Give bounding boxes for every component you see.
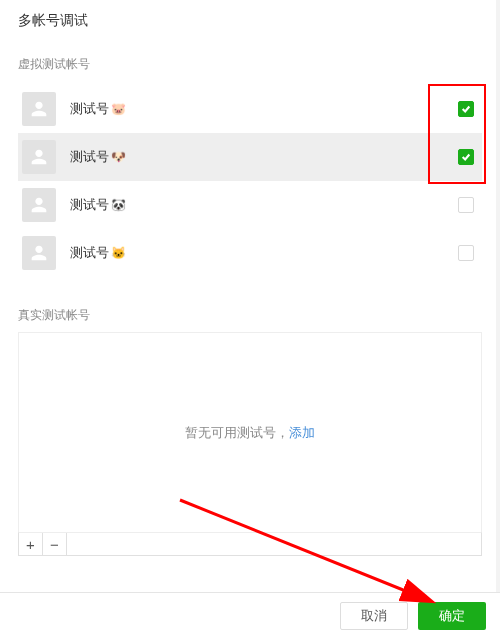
account-row[interactable]: 测试号🐱	[18, 229, 482, 277]
cancel-button[interactable]: 取消	[340, 602, 408, 630]
avatar-icon	[22, 236, 56, 270]
real-accounts-empty: 暂无可用测试号，添加	[18, 332, 482, 532]
account-row[interactable]: 测试号🐶	[18, 133, 482, 181]
remove-button[interactable]: −	[43, 533, 67, 555]
real-section-label: 真实测试帐号	[0, 289, 500, 332]
virtual-account-list: 测试号🐷测试号🐶测试号🐼测试号🐱	[0, 81, 500, 289]
confirm-button[interactable]: 确定	[418, 602, 486, 630]
avatar-icon	[22, 140, 56, 174]
account-emoji-icon: 🐶	[111, 150, 126, 164]
account-name: 测试号🐶	[70, 148, 458, 166]
avatar-icon	[22, 188, 56, 222]
scrollbar[interactable]	[496, 0, 500, 592]
account-name: 测试号🐷	[70, 100, 458, 118]
window-title: 多帐号调试	[0, 0, 500, 38]
account-emoji-icon: 🐼	[111, 198, 126, 212]
account-checkbox[interactable]	[458, 245, 474, 261]
avatar-icon	[22, 92, 56, 126]
add-button[interactable]: +	[19, 533, 43, 555]
account-row[interactable]: 测试号🐷	[18, 85, 482, 133]
account-checkbox[interactable]	[458, 149, 474, 165]
account-emoji-icon: 🐱	[111, 246, 126, 260]
add-remove-controls: + −	[18, 532, 482, 556]
account-checkbox[interactable]	[458, 101, 474, 117]
account-name: 测试号🐱	[70, 244, 458, 262]
virtual-section-label: 虚拟测试帐号	[0, 38, 500, 81]
account-emoji-icon: 🐷	[111, 102, 126, 116]
empty-text: 暂无可用测试号，	[185, 424, 289, 442]
account-name: 测试号🐼	[70, 196, 458, 214]
account-checkbox[interactable]	[458, 197, 474, 213]
add-link[interactable]: 添加	[289, 424, 315, 442]
dialog-footer: 取消 确定	[0, 592, 500, 638]
account-row[interactable]: 测试号🐼	[18, 181, 482, 229]
